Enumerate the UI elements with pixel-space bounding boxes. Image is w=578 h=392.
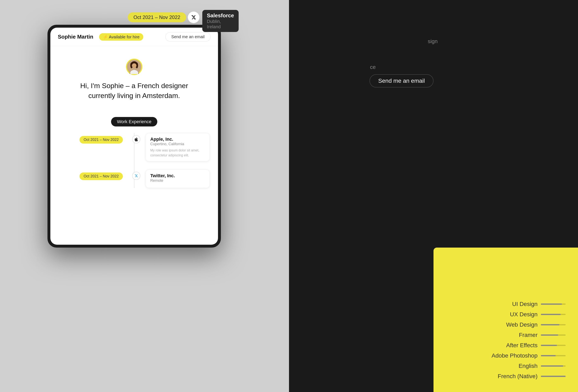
timeline-left-apple: Oct 2021 – Nov 2022 (59, 133, 131, 144)
nav-left: Sophie Martin ⚡ Available for hire (58, 33, 143, 41)
email-button[interactable]: Send me an email (165, 32, 211, 42)
skill-bar-fill (541, 345, 557, 346)
work-experience-badge: Work Experience (111, 117, 157, 127)
work-section: Work Experience Oct 2021 – Nov 2022 (50, 109, 218, 188)
twitter-company-card: Twitter, Inc. Remote (145, 170, 210, 188)
apple-icon (132, 135, 140, 143)
skill-bar-fill (541, 365, 563, 367)
apple-date-badge: Oct 2021 – Nov 2022 (80, 136, 123, 144)
skill-bar-bg (541, 365, 566, 367)
apple-company-location: Cupertino, California (150, 142, 205, 146)
skill-bar-fill (541, 324, 559, 325)
skill-row: English (491, 363, 566, 369)
timeline-center-twitter (131, 170, 142, 180)
available-badge: ⚡ Available for hire (99, 33, 143, 41)
skill-row: Web Design (491, 321, 566, 328)
skill-label: UI Design (492, 301, 537, 307)
skill-bar-fill (541, 334, 558, 336)
ipad-device: Sophie Martin ⚡ Available for hire Send … (48, 25, 221, 248)
skill-bar-bg (541, 345, 566, 346)
dark-ce-text: ce (370, 64, 376, 70)
timeline-item-apple: Oct 2021 – Nov 2022 Apple, Inc. Cupertin… (59, 133, 210, 161)
skill-label: Web Design (492, 321, 537, 328)
dark-company-card: Salesforce Dublin, Ireland (202, 10, 239, 32)
avatar (126, 59, 143, 75)
portfolio-name: Sophie Martin (58, 34, 93, 40)
skill-row: French (Native) (491, 373, 566, 380)
timeline-right-apple: Apple, Inc. Cupertino, California My rol… (142, 133, 210, 161)
skill-row: UX Design (491, 311, 566, 318)
apple-company-name: Apple, Inc. (150, 136, 205, 142)
timeline-left-twitter: Oct 2021 – Nov 2022 (59, 170, 131, 180)
skills-panel: UI DesignUX DesignWeb DesignFramerAfter … (491, 301, 566, 380)
dark-design-label: sign (428, 38, 438, 44)
skill-label: UX Design (492, 311, 537, 318)
skill-label: English (492, 363, 537, 369)
timeline-right-twitter: Twitter, Inc. Remote (142, 170, 210, 188)
timeline-item-twitter: Oct 2021 – Nov 2022 Twitter, Inc. Remote (59, 170, 210, 188)
dark-email-button[interactable]: Send me an email (370, 74, 434, 87)
ipad-screen: Sophie Martin ⚡ Available for hire Send … (50, 28, 218, 245)
skill-bar-fill (541, 376, 566, 377)
skill-label: Adobe Photoshop (491, 352, 537, 359)
skill-bar-bg (541, 314, 566, 315)
timeline: Oct 2021 – Nov 2022 Apple, Inc. Cupertin… (59, 133, 210, 188)
skill-label: Framer (492, 332, 537, 338)
timeline-center-apple (131, 133, 142, 143)
skill-row: After Effects (491, 342, 566, 349)
hero-section: Hi, I'm Sophie – a French designer curre… (50, 46, 218, 109)
skill-bar-bg (541, 355, 566, 356)
twitter-date-badge: Oct 2021 – Nov 2022 (80, 173, 123, 180)
skill-bar-bg (541, 324, 566, 325)
skill-bar-fill (541, 355, 556, 356)
skill-label: French (Native) (492, 373, 537, 380)
twitter-icon (132, 172, 140, 180)
skill-row: Adobe Photoshop (491, 352, 566, 359)
skill-label: After Effects (492, 342, 537, 349)
navbar: Sophie Martin ⚡ Available for hire Send … (50, 28, 218, 46)
apple-company-desc: My role was ipsum dolor sit amet, consec… (150, 148, 205, 158)
dark-company-location: Dublin, Ireland (207, 19, 234, 30)
yellow-panel: UI DesignUX DesignWeb DesignFramerAfter … (434, 248, 578, 392)
skill-bar-fill (541, 304, 562, 305)
skill-bar-bg (541, 376, 566, 377)
skill-bar-bg (541, 334, 566, 336)
dark-company-name: Salesforce (207, 12, 234, 19)
skill-bar-bg (541, 304, 566, 305)
skill-bar-fill (541, 314, 561, 315)
twitter-company-location: Remote (150, 178, 205, 183)
dark-twitter-icon-btn[interactable] (188, 11, 199, 23)
skill-row: Framer (491, 332, 566, 338)
skill-row: UI Design (491, 301, 566, 307)
dark-date-badge: Oct 2021 – Nov 2022 (128, 12, 186, 22)
hero-title: Hi, I'm Sophie – a French designer curre… (72, 81, 196, 100)
apple-company-card: Apple, Inc. Cupertino, California My rol… (145, 133, 210, 161)
twitter-company-name: Twitter, Inc. (150, 173, 205, 178)
svg-point-6 (132, 63, 137, 68)
